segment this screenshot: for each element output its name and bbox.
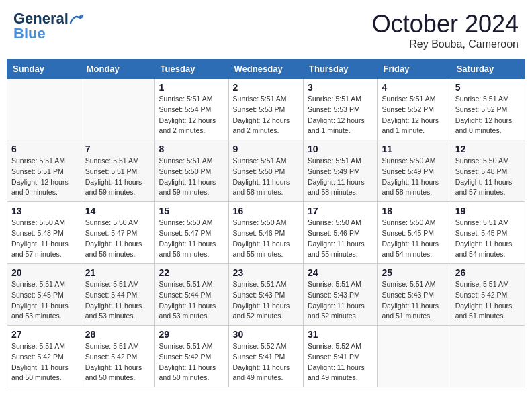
table-row: 19Sunrise: 5:51 AM Sunset: 5:45 PM Dayli… <box>451 202 525 264</box>
day-info: Sunrise: 5:52 AM Sunset: 5:41 PM Dayligh… <box>233 341 299 383</box>
day-info: Sunrise: 5:51 AM Sunset: 5:53 PM Dayligh… <box>308 94 373 136</box>
col-thursday: Thursday <box>304 60 378 79</box>
day-number: 21 <box>85 267 150 278</box>
table-row: 4Sunrise: 5:51 AM Sunset: 5:52 PM Daylig… <box>378 79 451 140</box>
day-number: 16 <box>233 205 299 216</box>
table-row <box>81 79 154 140</box>
table-row: 9Sunrise: 5:51 AM Sunset: 5:50 PM Daylig… <box>228 140 303 202</box>
logo: General Blue <box>13 10 85 42</box>
table-row: 20Sunrise: 5:51 AM Sunset: 5:45 PM Dayli… <box>7 264 81 326</box>
table-row: 27Sunrise: 5:51 AM Sunset: 5:42 PM Dayli… <box>7 326 81 387</box>
day-info: Sunrise: 5:51 AM Sunset: 5:45 PM Dayligh… <box>11 279 77 322</box>
table-row: 25Sunrise: 5:51 AM Sunset: 5:43 PM Dayli… <box>378 264 451 326</box>
day-number: 2 <box>233 82 299 93</box>
day-number: 6 <box>11 144 77 154</box>
day-number: 5 <box>455 82 521 93</box>
table-row: 2Sunrise: 5:51 AM Sunset: 5:53 PM Daylig… <box>228 79 303 140</box>
day-number: 7 <box>85 144 150 154</box>
day-number: 30 <box>233 329 299 340</box>
day-info: Sunrise: 5:51 AM Sunset: 5:42 PM Dayligh… <box>85 341 150 383</box>
day-number: 17 <box>308 205 373 216</box>
table-row: 31Sunrise: 5:52 AM Sunset: 5:41 PM Dayli… <box>304 326 378 387</box>
table-row: 12Sunrise: 5:50 AM Sunset: 5:48 PM Dayli… <box>451 140 525 202</box>
day-info: Sunrise: 5:51 AM Sunset: 5:43 PM Dayligh… <box>233 279 299 322</box>
day-info: Sunrise: 5:50 AM Sunset: 5:48 PM Dayligh… <box>455 156 521 198</box>
day-info: Sunrise: 5:51 AM Sunset: 5:52 PM Dayligh… <box>382 94 446 136</box>
table-row: 5Sunrise: 5:51 AM Sunset: 5:52 PM Daylig… <box>451 79 525 140</box>
table-row: 10Sunrise: 5:51 AM Sunset: 5:49 PM Dayli… <box>304 140 378 202</box>
day-info: Sunrise: 5:51 AM Sunset: 5:50 PM Dayligh… <box>233 156 299 198</box>
table-row <box>7 79 81 140</box>
table-row: 11Sunrise: 5:50 AM Sunset: 5:49 PM Dayli… <box>378 140 451 202</box>
day-number: 4 <box>382 82 446 93</box>
day-number: 23 <box>233 267 299 278</box>
day-number: 22 <box>159 267 224 278</box>
table-row: 7Sunrise: 5:51 AM Sunset: 5:51 PM Daylig… <box>81 140 154 202</box>
day-info: Sunrise: 5:51 AM Sunset: 5:43 PM Dayligh… <box>308 279 373 322</box>
day-number: 9 <box>233 144 299 154</box>
day-info: Sunrise: 5:50 AM Sunset: 5:47 PM Dayligh… <box>85 218 150 260</box>
day-info: Sunrise: 5:51 AM Sunset: 5:42 PM Dayligh… <box>11 341 77 383</box>
day-info: Sunrise: 5:50 AM Sunset: 5:46 PM Dayligh… <box>233 218 299 260</box>
table-row: 29Sunrise: 5:51 AM Sunset: 5:42 PM Dayli… <box>154 326 228 387</box>
day-info: Sunrise: 5:50 AM Sunset: 5:47 PM Dayligh… <box>159 218 224 260</box>
col-saturday: Saturday <box>451 60 525 79</box>
day-number: 11 <box>382 144 446 154</box>
day-number: 8 <box>159 144 224 154</box>
col-monday: Monday <box>81 60 154 79</box>
table-row: 22Sunrise: 5:51 AM Sunset: 5:44 PM Dayli… <box>154 264 228 326</box>
day-number: 19 <box>455 205 521 216</box>
day-number: 29 <box>159 329 224 340</box>
day-info: Sunrise: 5:51 AM Sunset: 5:51 PM Dayligh… <box>11 156 77 198</box>
table-row: 16Sunrise: 5:50 AM Sunset: 5:46 PM Dayli… <box>228 202 303 264</box>
table-row: 23Sunrise: 5:51 AM Sunset: 5:43 PM Dayli… <box>228 264 303 326</box>
table-row: 8Sunrise: 5:51 AM Sunset: 5:50 PM Daylig… <box>154 140 228 202</box>
page-header: General Blue October 2024 Rey Bouba, Cam… <box>7 7 525 54</box>
day-number: 15 <box>159 205 224 216</box>
day-number: 18 <box>382 205 446 216</box>
table-row: 18Sunrise: 5:50 AM Sunset: 5:45 PM Dayli… <box>378 202 451 264</box>
day-number: 20 <box>11 267 77 278</box>
table-row: 28Sunrise: 5:51 AM Sunset: 5:42 PM Dayli… <box>81 326 154 387</box>
day-number: 1 <box>159 82 224 93</box>
day-info: Sunrise: 5:51 AM Sunset: 5:42 PM Dayligh… <box>159 341 224 383</box>
col-tuesday: Tuesday <box>154 60 228 79</box>
day-info: Sunrise: 5:50 AM Sunset: 5:49 PM Dayligh… <box>382 156 446 198</box>
day-info: Sunrise: 5:51 AM Sunset: 5:52 PM Dayligh… <box>455 94 521 136</box>
day-number: 3 <box>308 82 373 93</box>
day-number: 14 <box>85 205 150 216</box>
col-friday: Friday <box>378 60 451 79</box>
table-row: 30Sunrise: 5:52 AM Sunset: 5:41 PM Dayli… <box>228 326 303 387</box>
day-number: 28 <box>85 329 150 340</box>
day-number: 25 <box>382 267 446 278</box>
day-info: Sunrise: 5:52 AM Sunset: 5:41 PM Dayligh… <box>308 341 373 383</box>
month-title: October 2024 <box>372 10 519 38</box>
table-row: 24Sunrise: 5:51 AM Sunset: 5:43 PM Dayli… <box>304 264 378 326</box>
calendar-table: Sunday Monday Tuesday Wednesday Thursday… <box>7 59 525 387</box>
day-number: 31 <box>308 329 373 340</box>
logo-bird-icon <box>69 13 84 24</box>
title-section: October 2024 Rey Bouba, Cameroon <box>372 10 519 50</box>
day-number: 26 <box>455 267 521 278</box>
col-sunday: Sunday <box>7 60 81 79</box>
day-info: Sunrise: 5:50 AM Sunset: 5:48 PM Dayligh… <box>11 218 77 260</box>
table-row: 15Sunrise: 5:50 AM Sunset: 5:47 PM Dayli… <box>154 202 228 264</box>
table-row <box>451 326 525 387</box>
day-info: Sunrise: 5:51 AM Sunset: 5:49 PM Dayligh… <box>308 156 373 198</box>
table-row: 6Sunrise: 5:51 AM Sunset: 5:51 PM Daylig… <box>7 140 81 202</box>
col-wednesday: Wednesday <box>228 60 303 79</box>
day-info: Sunrise: 5:51 AM Sunset: 5:50 PM Dayligh… <box>159 156 224 198</box>
day-info: Sunrise: 5:51 AM Sunset: 5:42 PM Dayligh… <box>455 279 521 322</box>
day-info: Sunrise: 5:51 AM Sunset: 5:54 PM Dayligh… <box>159 94 224 136</box>
day-info: Sunrise: 5:51 AM Sunset: 5:53 PM Dayligh… <box>233 94 299 136</box>
day-number: 12 <box>455 144 521 154</box>
day-info: Sunrise: 5:51 AM Sunset: 5:43 PM Dayligh… <box>382 279 446 322</box>
location-subtitle: Rey Bouba, Cameroon <box>372 38 519 50</box>
day-info: Sunrise: 5:50 AM Sunset: 5:45 PM Dayligh… <box>382 218 446 260</box>
table-row: 26Sunrise: 5:51 AM Sunset: 5:42 PM Dayli… <box>451 264 525 326</box>
table-row: 13Sunrise: 5:50 AM Sunset: 5:48 PM Dayli… <box>7 202 81 264</box>
table-row: 1Sunrise: 5:51 AM Sunset: 5:54 PM Daylig… <box>154 79 228 140</box>
table-row: 3Sunrise: 5:51 AM Sunset: 5:53 PM Daylig… <box>304 79 378 140</box>
logo-blue: Blue <box>13 25 46 42</box>
day-info: Sunrise: 5:51 AM Sunset: 5:44 PM Dayligh… <box>159 279 224 322</box>
